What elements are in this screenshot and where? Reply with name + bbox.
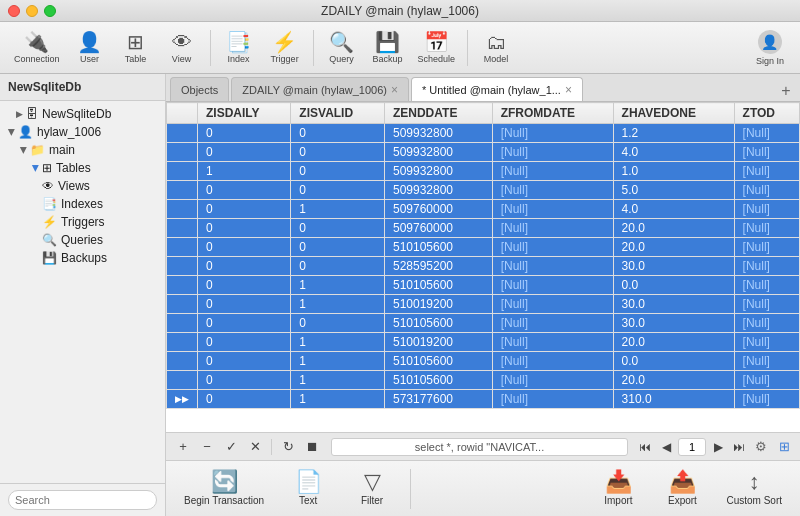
sidebar-item-triggers[interactable]: ▶ ⚡ Triggers xyxy=(0,213,165,231)
custom-sort-button[interactable]: ↕ Custom Sort xyxy=(716,467,792,510)
tab-objects[interactable]: Objects xyxy=(170,77,229,101)
arrow-hylaw: ▶ xyxy=(7,129,17,136)
toolbar-schedule[interactable]: 📅 Schedule xyxy=(412,28,462,68)
col-zhavedone[interactable]: ZHAVEDONE xyxy=(613,103,734,124)
tab-add-button[interactable]: + xyxy=(776,81,796,101)
table-row[interactable]: 00509932800[Null]1.2[Null] xyxy=(167,124,800,143)
toolbar-query[interactable]: 🔍 Query xyxy=(320,28,364,68)
import-button[interactable]: 📥 Import xyxy=(588,467,648,510)
triggers-icon: ⚡ xyxy=(42,215,57,229)
toolbar-user[interactable]: 👤 User xyxy=(68,28,112,68)
table-row[interactable]: 01509760000[Null]4.0[Null] xyxy=(167,200,800,219)
toolbar-trigger[interactable]: ⚡ Trigger xyxy=(263,28,307,68)
table-row[interactable]: 00510105600[Null]20.0[Null] xyxy=(167,238,800,257)
table-header-row: ZISDAILY ZISVALID ZENDDATE ZFROMDATE ZHA… xyxy=(167,103,800,124)
stop-button[interactable]: ⏹ xyxy=(301,437,323,457)
toolbar-backup[interactable]: 💾 Backup xyxy=(366,28,410,68)
table-row[interactable]: ▶01573177600[Null]310.0[Null] xyxy=(167,390,800,409)
table-row[interactable]: 00510105600[Null]30.0[Null] xyxy=(167,314,800,333)
table-icon: ⊞ xyxy=(127,32,144,52)
table-row[interactable]: 00528595200[Null]30.0[Null] xyxy=(167,257,800,276)
queries-icon: 🔍 xyxy=(42,233,57,247)
data-table: ZISDAILY ZISVALID ZENDDATE ZFROMDATE ZHA… xyxy=(166,102,800,409)
table-row[interactable]: 10509932800[Null]1.0[Null] xyxy=(167,162,800,181)
col-zisvalid[interactable]: ZISVALID xyxy=(291,103,385,124)
table-row[interactable]: 01510019200[Null]20.0[Null] xyxy=(167,333,800,352)
maximize-button[interactable] xyxy=(44,5,56,17)
table-container[interactable]: ZISDAILY ZISVALID ZENDDATE ZFROMDATE ZHA… xyxy=(166,102,800,432)
discard-button[interactable]: ✕ xyxy=(244,437,266,457)
hylaw-icon: 👤 xyxy=(18,125,33,139)
sidebar-item-views[interactable]: ▶ 👁 Views xyxy=(0,177,165,195)
action-sep-1 xyxy=(410,469,411,509)
bottom-toolbar: + − ✓ ✕ ↻ ⏹ select *, rowid "NAVICAT... … xyxy=(166,432,800,460)
check-button[interactable]: ✓ xyxy=(220,437,242,457)
close-button[interactable] xyxy=(8,5,20,17)
toolbar-separator-2 xyxy=(313,30,314,66)
toolbar-model[interactable]: 🗂 Model xyxy=(474,28,518,68)
action-right: 📥 Import 📤 Export ↕ Custom Sort xyxy=(588,467,792,510)
sidebar-item-indexes[interactable]: ▶ 📑 Indexes xyxy=(0,195,165,213)
tab-untitled-close[interactable]: × xyxy=(565,83,572,97)
col-ztod[interactable]: ZTOD xyxy=(734,103,799,124)
toolbar-table[interactable]: ⊞ Table xyxy=(114,28,158,68)
trigger-label: Trigger xyxy=(270,54,298,64)
grid-view-icon[interactable]: ⊞ xyxy=(774,437,794,457)
minimize-button[interactable] xyxy=(26,5,38,17)
toolbar-view[interactable]: 👁 View xyxy=(160,28,204,68)
tab-untitled-label: * Untitled @main (hylaw_1... xyxy=(422,84,561,96)
add-row-button[interactable]: + xyxy=(172,437,194,457)
sidebar-item-queries[interactable]: ▶ 🔍 Queries xyxy=(0,231,165,249)
action-bar: 🔄 Begin Transaction 📄 Text ▽ Filter 📥 Im… xyxy=(166,460,800,516)
backup-label: Backup xyxy=(373,54,403,64)
col-zenddate[interactable]: ZENDDATE xyxy=(384,103,492,124)
last-page-button[interactable]: ⏭ xyxy=(730,438,748,456)
first-page-button[interactable]: ⏮ xyxy=(636,438,654,456)
sidebar-item-tables[interactable]: ▶ ⊞ Tables xyxy=(0,159,165,177)
col-zfromdate[interactable]: ZFROMDATE xyxy=(492,103,613,124)
user-label: User xyxy=(80,54,99,64)
window-controls[interactable] xyxy=(8,5,56,17)
sidebar-item-hylaw[interactable]: ▶ 👤 hylaw_1006 xyxy=(0,123,165,141)
tab-zdaily[interactable]: ZDAILY @main (hylaw_1006) × xyxy=(231,77,409,101)
table-row[interactable]: 01510105600[Null]0.0[Null] xyxy=(167,276,800,295)
remove-row-button[interactable]: − xyxy=(196,437,218,457)
tab-untitled[interactable]: * Untitled @main (hylaw_1... × xyxy=(411,77,583,101)
export-icon: 📤 xyxy=(669,471,696,493)
next-page-button[interactable]: ▶ xyxy=(709,438,727,456)
schedule-icon: 📅 xyxy=(424,32,449,52)
sidebar-item-newdb[interactable]: ▶ 🗄 NewSqliteDb xyxy=(0,105,165,123)
signin-label: Sign In xyxy=(756,56,784,66)
table-row[interactable]: 00509932800[Null]5.0[Null] xyxy=(167,181,800,200)
trigger-icon: ⚡ xyxy=(272,32,297,52)
sidebar-item-backups[interactable]: ▶ 💾 Backups xyxy=(0,249,165,267)
sidebar-title: NewSqliteDb xyxy=(8,80,81,94)
export-button[interactable]: 📤 Export xyxy=(652,467,712,510)
query-label: Query xyxy=(329,54,354,64)
table-row[interactable]: 01510105600[Null]0.0[Null] xyxy=(167,352,800,371)
table-row[interactable]: 00509760000[Null]20.0[Null] xyxy=(167,219,800,238)
table-body: 00509932800[Null]1.2[Null]00509932800[Nu… xyxy=(167,124,800,409)
col-zisdaily[interactable]: ZISDAILY xyxy=(198,103,291,124)
table-row[interactable]: 00509932800[Null]4.0[Null] xyxy=(167,143,800,162)
prev-page-button[interactable]: ◀ xyxy=(657,438,675,456)
toolbar-connection[interactable]: 🔌 Connection xyxy=(8,28,66,68)
settings-icon[interactable]: ⚙ xyxy=(751,437,771,457)
sidebar-item-main[interactable]: ▶ 📁 main xyxy=(0,141,165,159)
text-button[interactable]: 📄 Text xyxy=(278,467,338,510)
table-row[interactable]: 01510105600[Null]20.0[Null] xyxy=(167,371,800,390)
refresh-button[interactable]: ↻ xyxy=(277,437,299,457)
index-icon: 📑 xyxy=(226,32,251,52)
filter-button[interactable]: ▽ Filter xyxy=(342,467,402,510)
table-row[interactable]: 01510019200[Null]30.0[Null] xyxy=(167,295,800,314)
sidebar-header: NewSqliteDb xyxy=(0,74,165,101)
signin-button[interactable]: 👤 Sign In xyxy=(748,26,792,70)
tab-zdaily-close[interactable]: × xyxy=(391,83,398,97)
backup-icon: 💾 xyxy=(375,32,400,52)
search-input[interactable] xyxy=(8,490,157,510)
begin-transaction-icon: 🔄 xyxy=(211,471,238,493)
begin-transaction-button[interactable]: 🔄 Begin Transaction xyxy=(174,467,274,510)
col-opt[interactable] xyxy=(167,103,198,124)
toolbar-index[interactable]: 📑 Index xyxy=(217,28,261,68)
page-number-input[interactable] xyxy=(678,438,706,456)
